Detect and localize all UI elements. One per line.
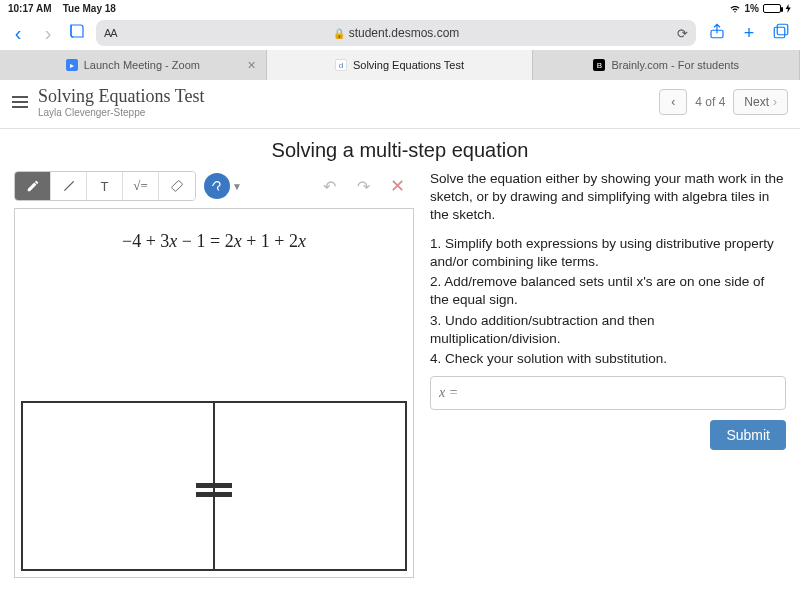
eraser-tool[interactable] (159, 172, 195, 200)
refresh-button[interactable]: ⟳ (677, 26, 688, 41)
next-page-button[interactable]: Next› (733, 89, 788, 115)
sketch-canvas[interactable]: −4 + 3x − 1 = 2x + 1 + 2x (14, 208, 414, 578)
page-title: Solving Equations Test (38, 86, 204, 107)
instructions-intro: Solve the equation either by showing you… (430, 170, 786, 225)
sketch-column: T √= ▼ ↶ ↷ ✕ −4 + 3x − 1 = 2x + 1 + 2x (14, 170, 414, 578)
tiles-right-box (214, 401, 407, 571)
step-1: 1. Simplify both expressions by using di… (430, 235, 786, 271)
text-size-button[interactable]: AA (104, 27, 117, 39)
text-tool[interactable]: T (87, 172, 123, 200)
lesson-heading: Solving a multi-step equation (272, 139, 529, 162)
equals-icon (196, 483, 232, 497)
wifi-icon (729, 2, 741, 14)
desmos-favicon: d (335, 59, 347, 71)
instructions-column: Solve the equation either by showing you… (430, 170, 786, 578)
title-block: Solving Equations Test Layla Clevenger-S… (38, 86, 204, 118)
step-4: 4. Check your solution with substitution… (430, 350, 786, 368)
equation-display: −4 + 3x − 1 = 2x + 1 + 2x (15, 231, 413, 252)
tab-label: Launch Meeting - Zoom (84, 59, 200, 71)
undo-button[interactable]: ↶ (312, 177, 346, 196)
step-3: 3. Undo addition/subtraction and then mu… (430, 312, 786, 348)
bookmarks-button[interactable] (68, 22, 86, 44)
svg-line-3 (64, 181, 73, 190)
forward-button[interactable]: › (38, 22, 58, 45)
tabs-overview-button[interactable] (770, 22, 792, 45)
sketch-toolbar: T √= ▼ ↶ ↷ ✕ (14, 170, 414, 202)
prev-page-button[interactable]: ‹ (659, 89, 687, 115)
lesson-content: Solving a multi-step equation T √= (0, 129, 800, 578)
next-label: Next (744, 95, 769, 109)
lock-icon: 🔒 (333, 28, 345, 39)
menu-button[interactable] (12, 96, 28, 108)
tab-strip: ▸ Launch Meeting - Zoom ✕ d Solving Equa… (0, 50, 800, 80)
svg-rect-2 (774, 27, 785, 38)
tab-brainly[interactable]: B Brainly.com - For students (533, 50, 800, 80)
page-indicator: 4 of 4 (695, 95, 725, 109)
status-date: Tue May 18 (63, 3, 116, 14)
battery-percent: 1% (745, 3, 759, 14)
answer-input[interactable] (430, 376, 786, 410)
tiles-left-box (21, 401, 214, 571)
battery-icon (763, 4, 781, 13)
tab-zoom[interactable]: ▸ Launch Meeting - Zoom ✕ (0, 50, 267, 80)
close-tab-button[interactable]: ✕ (247, 59, 256, 72)
step-2: 2. Add/remove balanced sets until x's ar… (430, 273, 786, 309)
line-tool[interactable] (51, 172, 87, 200)
status-time: 10:17 AM (8, 3, 52, 14)
status-left: 10:17 AM Tue May 18 (8, 3, 116, 14)
share-button[interactable] (706, 22, 728, 45)
color-picker-button[interactable] (204, 173, 230, 199)
color-caret-icon[interactable]: ▼ (232, 181, 242, 192)
tab-label: Solving Equations Test (353, 59, 464, 71)
redo-button[interactable]: ↷ (346, 177, 380, 196)
pencil-tool[interactable] (15, 172, 51, 200)
new-tab-button[interactable]: + (738, 23, 760, 44)
text-tool-label: T (101, 179, 109, 194)
charging-icon (785, 4, 792, 13)
clear-sketch-button[interactable]: ✕ (380, 175, 414, 197)
tool-group: T √= (14, 171, 196, 201)
zoom-favicon: ▸ (66, 59, 78, 71)
student-name: Layla Clevenger-Steppe (38, 107, 204, 118)
ios-status-bar: 10:17 AM Tue May 18 1% (0, 0, 800, 16)
brainly-favicon: B (593, 59, 605, 71)
url-bar[interactable]: AA 🔒 student.desmos.com ⟳ (96, 20, 696, 46)
submit-button[interactable]: Submit (710, 420, 786, 450)
tab-desmos[interactable]: d Solving Equations Test (267, 50, 534, 80)
math-tool[interactable]: √= (123, 172, 159, 200)
svg-rect-1 (777, 24, 788, 35)
url-text: student.desmos.com (349, 26, 460, 40)
math-tool-label: √= (133, 178, 147, 194)
activity-header: Solving Equations Test Layla Clevenger-S… (0, 80, 800, 129)
safari-toolbar: ‹ › AA 🔒 student.desmos.com ⟳ + (0, 16, 800, 50)
back-button[interactable]: ‹ (8, 22, 28, 45)
status-right: 1% (729, 2, 792, 14)
tab-label: Brainly.com - For students (611, 59, 739, 71)
